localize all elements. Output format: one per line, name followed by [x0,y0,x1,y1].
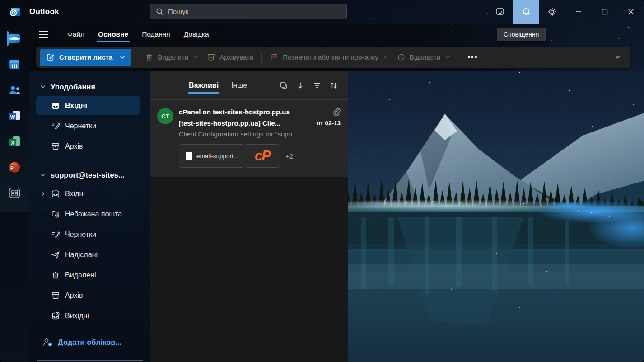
ribbon-collapse-button[interactable] [609,49,625,66]
sent-icon [51,250,61,259]
rail-item-mail[interactable] [0,31,29,46]
rail-item-word[interactable]: W [0,108,29,123]
titlebar: Outlook Пошук [0,0,644,24]
folder-item-inbox[interactable]: Вхідні [29,183,150,204]
flag-button[interactable]: Позначити або зняти позначку [266,49,392,66]
flag-icon [270,53,279,61]
my-day-button[interactable] [487,0,513,24]
multiselect-icon [279,81,288,90]
tab-view[interactable]: Подання [135,25,177,43]
bell-icon [521,7,531,17]
account-header[interactable]: support@test-sites... [29,166,150,183]
list-header-actions [277,79,341,92]
hamburger-icon [39,30,49,38]
snooze-label: Відкласти [410,53,441,61]
email-summary: cPanel on test-sites-hostpro.pp.ua [test… [179,107,341,168]
rail-item-excel[interactable]: X [0,134,29,149]
sender-avatar[interactable]: CT [157,108,173,124]
folder-item-deleted[interactable]: Видалені [29,265,150,285]
select-messages-button[interactable] [277,79,290,92]
junk-folder-icon [51,210,61,219]
folder-item-inbox-favorite[interactable]: Вхідні [29,95,150,116]
tab-file[interactable]: Файл [61,25,91,43]
folder-label: Вхідні [65,190,85,198]
rail-item-powerpoint[interactable]: P [0,160,29,175]
ribbon-separator [487,52,487,63]
tab-other[interactable]: Інше [231,81,247,89]
svg-text:P: P [10,165,14,171]
settings-button[interactable] [539,0,565,24]
compose-dropdown-chevron[interactable] [117,56,128,59]
my-day-icon [495,7,505,17]
flag-dropdown-chevron [383,56,388,59]
sort-button[interactable] [327,79,341,92]
folder-item-archive[interactable]: Архів [29,285,150,306]
archive-button[interactable]: Архівувати [202,49,258,66]
ribbon-separator [458,52,458,63]
rail-item-apps[interactable] [0,185,29,201]
email-preview: Client Configuration settings for “supp.… [179,130,341,138]
folder-pane: Уподобання Вхідні Чернетки [29,71,150,362]
folder-item-archive-favorite[interactable]: Архів [29,136,150,156]
delete-button[interactable]: Видалити [140,49,202,66]
add-account-button[interactable]: Додати обліков... [29,332,150,352]
maximize-button[interactable] [592,0,618,24]
minimize-icon [575,8,582,15]
folder-label: Архів [65,291,83,300]
chevron-down-icon [39,173,47,177]
snooze-button[interactable]: Відкласти [392,49,455,66]
compose-button[interactable]: Створити листа [40,49,131,66]
folder-item-drafts-favorite[interactable]: Чернетки [29,116,150,136]
minimize-button[interactable] [565,0,592,24]
compose-icon [46,53,55,61]
ribbon-more-button[interactable]: ••• [462,49,483,66]
rail-item-calendar[interactable] [0,56,29,72]
delete-label: Видалити [158,53,188,61]
attachment-thumbnail-cpanel[interactable]: cP [245,144,280,168]
tab-home[interactable]: Основне [91,25,135,43]
excel-icon: X [8,136,21,147]
search-icon [156,8,164,16]
email-list-item[interactable]: CT cPanel on test-sites-hostpro.pp.ua [t… [150,100,348,177]
filter-button[interactable] [310,79,324,92]
trash-icon [51,271,61,280]
attachment-paperclip-icon [332,107,341,116]
close-button[interactable] [618,0,644,24]
cpanel-logo: cP [255,148,270,164]
flag-label: Позначити або зняти позначку [283,53,378,61]
outbox-icon [51,311,61,320]
people-icon [8,84,21,96]
folder-pane-scrollbar[interactable] [37,360,143,361]
folder-item-outbox[interactable]: Вихідні [29,306,150,326]
inbox-icon [51,189,61,198]
archive-icon [51,142,61,151]
attachment-chip[interactable]: email-support... [179,144,245,168]
close-icon [627,8,635,15]
folder-section-gap [29,156,150,166]
folder-item-sent[interactable]: Надіслані [29,244,150,265]
reading-pane [348,71,644,362]
message-list-header: Важливі Інше [150,71,348,100]
chevron-right-icon[interactable] [39,191,47,197]
gear-icon [547,7,557,17]
archive-icon [207,53,215,61]
message-list: Важливі Інше [150,71,348,362]
archive-icon [51,291,61,300]
tab-help[interactable]: Довідка [177,25,216,43]
favorites-header[interactable]: Уподобання [29,78,150,95]
rail-item-people[interactable] [0,82,29,98]
search-input[interactable]: Пошук [150,4,347,19]
menu-tabs-row: Файл Основне Подання Довідка [29,24,644,45]
folder-item-junk[interactable]: Небажана пошта [29,204,150,224]
powerpoint-icon: P [8,161,21,174]
move-down-button[interactable] [294,79,307,92]
outlook-window: Outlook Пошук [0,0,644,362]
folder-item-drafts[interactable]: Чернетки [29,224,150,244]
folder-label: Видалені [65,271,96,279]
chevron-down-icon [615,55,621,59]
hamburger-menu-button[interactable] [34,25,53,43]
tab-focused[interactable]: Важливі [189,81,219,89]
notifications-button[interactable] [513,0,539,24]
email-sender: cPanel on test-sites-hostpro.pp.ua [179,108,330,116]
drafts-icon [51,230,61,239]
